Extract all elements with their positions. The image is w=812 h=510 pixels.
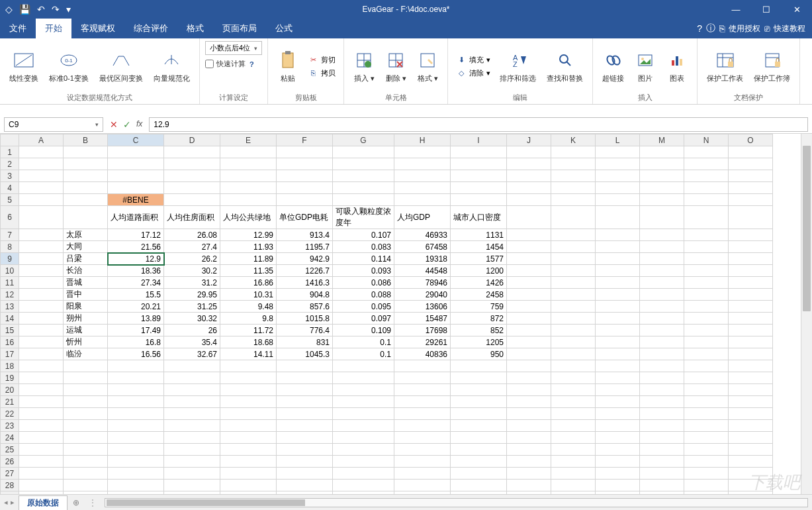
cell-H4[interactable] — [394, 182, 451, 194]
cell-N27[interactable] — [684, 468, 729, 480]
cell-G29[interactable] — [333, 491, 394, 495]
row-header-16[interactable]: 16 — [1, 336, 19, 348]
cell-D14[interactable]: 30.32 — [164, 313, 220, 325]
cell-G22[interactable] — [333, 408, 394, 420]
cell-C26[interactable] — [108, 456, 164, 468]
accept-icon[interactable]: ✓ — [123, 119, 131, 130]
cell-F1[interactable] — [277, 146, 333, 158]
cell-I10[interactable]: 1200 — [451, 265, 507, 277]
cell-K14[interactable] — [551, 313, 596, 325]
cell-N2[interactable] — [684, 158, 729, 170]
cell-J8[interactable] — [507, 241, 551, 253]
cell-F15[interactable]: 776.4 — [277, 325, 333, 336]
cell-A2[interactable] — [19, 158, 64, 170]
cell-N23[interactable] — [684, 420, 729, 432]
cell-N6[interactable] — [684, 206, 729, 229]
cell-H29[interactable] — [394, 491, 451, 495]
cell-H17[interactable]: 40836 — [394, 348, 451, 360]
cell-I19[interactable] — [451, 372, 507, 384]
cell-E6[interactable]: 人均公共绿地 — [220, 206, 277, 229]
cell-C10[interactable]: 18.36 — [108, 265, 164, 277]
cell-K21[interactable] — [551, 396, 596, 408]
cell-O24[interactable] — [729, 432, 773, 444]
cell-N1[interactable] — [684, 146, 729, 158]
cell-E10[interactable]: 11.35 — [220, 265, 277, 277]
cancel-icon[interactable]: ✕ — [110, 119, 118, 130]
maximize-button[interactable]: ☐ — [751, 0, 782, 19]
cell-G12[interactable]: 0.088 — [333, 289, 394, 301]
cell-M8[interactable] — [640, 241, 684, 253]
cell-G24[interactable] — [333, 432, 394, 444]
cell-A21[interactable] — [19, 396, 64, 408]
cell-E14[interactable]: 9.8 — [220, 313, 277, 325]
cell-O22[interactable] — [729, 408, 773, 420]
cell-B2[interactable] — [64, 158, 108, 170]
row-header-15[interactable]: 15 — [1, 325, 19, 336]
cell-F16[interactable]: 831 — [277, 336, 333, 348]
cell-E16[interactable]: 18.68 — [220, 336, 277, 348]
cell-O11[interactable] — [729, 277, 773, 289]
cell-G10[interactable]: 0.093 — [333, 265, 394, 277]
cell-G6[interactable]: 可吸入颗粒度浓度年 — [333, 206, 394, 229]
cell-I1[interactable] — [451, 146, 507, 158]
cell-K8[interactable] — [551, 241, 596, 253]
cell-O3[interactable] — [729, 170, 773, 182]
cell-L26[interactable] — [596, 456, 640, 468]
cell-L17[interactable] — [596, 348, 640, 360]
cell-G8[interactable]: 0.083 — [333, 241, 394, 253]
cell-B26[interactable] — [64, 456, 108, 468]
cell-J13[interactable] — [507, 301, 551, 313]
cell-E4[interactable] — [220, 182, 277, 194]
cell-E28[interactable] — [220, 480, 277, 491]
cell-D21[interactable] — [164, 396, 220, 408]
cell-K7[interactable] — [551, 229, 596, 241]
cell-F22[interactable] — [277, 408, 333, 420]
cell-B3[interactable] — [64, 170, 108, 182]
cell-O14[interactable] — [729, 313, 773, 325]
cell-E8[interactable]: 11.93 — [220, 241, 277, 253]
cell-C11[interactable]: 27.34 — [108, 277, 164, 289]
fill-button[interactable]: ⬇填充 ▾ — [453, 54, 493, 66]
vertical-scrollbar[interactable] — [801, 134, 812, 494]
cell-J5[interactable] — [507, 194, 551, 206]
cell-B24[interactable] — [64, 432, 108, 444]
cell-K25[interactable] — [551, 444, 596, 456]
cell-E13[interactable]: 9.48 — [220, 301, 277, 313]
close-button[interactable]: ✕ — [782, 0, 812, 19]
cell-M27[interactable] — [640, 468, 684, 480]
cell-B27[interactable] — [64, 468, 108, 480]
name-box[interactable]: C9▾ — [4, 117, 103, 132]
cell-O20[interactable] — [729, 384, 773, 396]
col-header-D[interactable]: D — [164, 134, 220, 146]
cell-G14[interactable]: 0.097 — [333, 313, 394, 325]
cell-H15[interactable]: 17698 — [394, 325, 451, 336]
cell-H27[interactable] — [394, 468, 451, 480]
cell-K23[interactable] — [551, 420, 596, 432]
cell-K10[interactable] — [551, 265, 596, 277]
find-replace-button[interactable]: 查找和替换 — [543, 47, 587, 86]
cell-J26[interactable] — [507, 456, 551, 468]
cell-G28[interactable] — [333, 480, 394, 491]
cell-J29[interactable] — [507, 491, 551, 495]
cell-K24[interactable] — [551, 432, 596, 444]
cell-O17[interactable] — [729, 348, 773, 360]
protect-sheet-button[interactable]: 保护工作表 — [703, 47, 747, 86]
cell-O15[interactable] — [729, 325, 773, 336]
cell-M7[interactable] — [640, 229, 684, 241]
cell-E23[interactable] — [220, 420, 277, 432]
cell-E11[interactable]: 16.86 — [220, 277, 277, 289]
cell-N25[interactable] — [684, 444, 729, 456]
cell-M23[interactable] — [640, 420, 684, 432]
cell-H5[interactable] — [394, 194, 451, 206]
cell-I12[interactable]: 2458 — [451, 289, 507, 301]
cell-M28[interactable] — [640, 480, 684, 491]
cell-O27[interactable] — [729, 468, 773, 480]
cell-M18[interactable] — [640, 360, 684, 372]
cell-N16[interactable] — [684, 336, 729, 348]
cell-N24[interactable] — [684, 432, 729, 444]
cell-I27[interactable] — [451, 468, 507, 480]
fast-calc-checkbox[interactable]: 快速计算? — [205, 59, 254, 69]
cell-O2[interactable] — [729, 158, 773, 170]
cell-A8[interactable] — [19, 241, 64, 253]
cell-K4[interactable] — [551, 182, 596, 194]
